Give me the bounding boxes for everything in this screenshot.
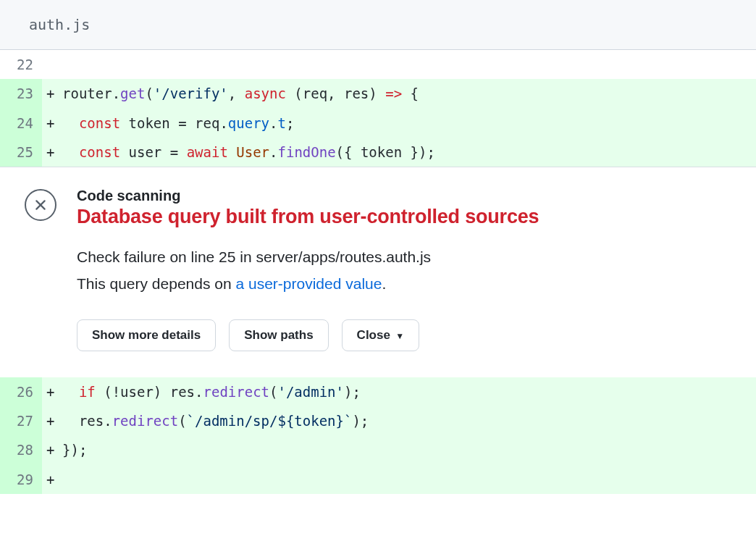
- diff-line: 28+});: [0, 435, 756, 464]
- alert-depends-prefix: This query depends on: [77, 275, 235, 292]
- code-content: const user = await User.findOne({ token …: [62, 138, 756, 167]
- code-scanning-alert: Code scanning Database query built from …: [0, 167, 756, 377]
- line-number: 22: [0, 50, 42, 79]
- line-number: 24: [0, 109, 42, 138]
- line-number: 28: [0, 435, 42, 464]
- diff-marker: +: [42, 138, 62, 167]
- show-paths-button[interactable]: Show paths: [229, 319, 328, 351]
- diff-table-after: 26+ if (!user) res.redirect('/admin');27…: [0, 377, 756, 494]
- close-circle-icon: [25, 189, 56, 221]
- alert-title: Database query built from user-controlle…: [77, 206, 742, 228]
- line-number: 23: [0, 79, 42, 108]
- line-number: 26: [0, 377, 42, 406]
- diff-marker: +: [42, 109, 62, 138]
- code-content: router.get('/verify', async (req, res) =…: [62, 79, 756, 108]
- alert-failure-line: Check failure on line 25 in server/apps/…: [77, 244, 742, 271]
- code-content: const token = req.query.t;: [62, 109, 756, 138]
- file-name: auth.js: [29, 16, 90, 33]
- diff-line: 25+ const user = await User.findOne({ to…: [0, 138, 756, 167]
- code-content: });: [62, 435, 756, 464]
- caret-down-icon: ▼: [393, 331, 404, 341]
- close-button-label: Close: [357, 328, 390, 342]
- diff-marker: +: [42, 79, 62, 108]
- line-number: 29: [0, 465, 42, 494]
- diff-marker: +: [42, 406, 62, 435]
- diff-marker: [42, 50, 62, 79]
- alert-subheading: Code scanning: [77, 188, 742, 204]
- diff-table-before: 2223+router.get('/verify', async (req, r…: [0, 50, 756, 167]
- diff-marker: +: [42, 435, 62, 464]
- alert-depends-suffix: .: [382, 275, 386, 292]
- line-number: 25: [0, 138, 42, 167]
- line-number: 27: [0, 406, 42, 435]
- close-dropdown-button[interactable]: Close ▼: [342, 319, 420, 351]
- code-content: if (!user) res.redirect('/admin');: [62, 377, 756, 406]
- code-content: [62, 465, 756, 494]
- diff-line: 23+router.get('/verify', async (req, res…: [0, 79, 756, 108]
- diff-marker: +: [42, 465, 62, 494]
- diff-marker: +: [42, 377, 62, 406]
- code-content: res.redirect(`/admin/sp/${token}`);: [62, 406, 756, 435]
- diff-line: 26+ if (!user) res.redirect('/admin');: [0, 377, 756, 406]
- show-more-details-button[interactable]: Show more details: [77, 319, 216, 351]
- diff-line: 27+ res.redirect(`/admin/sp/${token}`);: [0, 406, 756, 435]
- code-content: [62, 50, 756, 79]
- alert-body: Code scanning Database query built from …: [77, 188, 742, 351]
- diff-line: 24+ const token = req.query.t;: [0, 109, 756, 138]
- alert-depends-line: This query depends on a user-provided va…: [77, 271, 742, 298]
- file-header: auth.js: [0, 0, 756, 50]
- alert-actions: Show more details Show paths Close ▼: [77, 319, 742, 351]
- alert-description: Check failure on line 25 in server/apps/…: [77, 244, 742, 298]
- diff-line: 29+: [0, 465, 756, 494]
- alert-depends-link[interactable]: a user-provided value: [235, 275, 382, 292]
- diff-line: 22: [0, 50, 756, 79]
